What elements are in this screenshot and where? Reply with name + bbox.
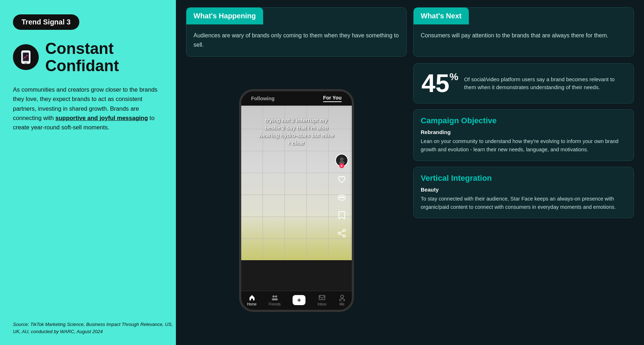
stat-card: 45% Of social/video platform users say a… <box>413 63 634 104</box>
phone-svg-icon <box>19 50 33 64</box>
svg-point-21 <box>341 295 344 298</box>
campaign-subtitle: Rebranding <box>421 129 626 135</box>
svg-point-5 <box>340 157 344 161</box>
phone-section: Following For You trying not 2 interrupt… <box>186 63 407 338</box>
phone-icon <box>13 44 39 70</box>
whats-next-card: What's Next Consumers will pay attention… <box>413 7 634 57</box>
inbox-icon <box>318 294 326 301</box>
stat-description: Of social/video platform users say a bra… <box>464 75 626 92</box>
nav-inbox-label: Inbox <box>318 302 326 306</box>
right-panel: What's Happening Audiences are wary of b… <box>176 0 644 345</box>
comment-icon[interactable] <box>336 192 347 203</box>
nav-friends[interactable]: Friends <box>269 294 280 306</box>
title-text: ConstantConfidant <box>45 40 119 75</box>
nav-me-label: Me <box>340 302 345 306</box>
integration-title: Vertical Integration <box>421 174 626 183</box>
top-cards: What's Happening Audiences are wary of b… <box>186 7 634 57</box>
nav-friends-label: Friends <box>269 302 280 306</box>
tiktok-side-icons <box>335 154 348 239</box>
share-icon[interactable] <box>336 228 347 239</box>
tiktok-nav: Following For You <box>241 91 352 106</box>
integration-card: Vertical Integration Beauty To stay conn… <box>413 167 634 218</box>
profile-icon <box>339 294 346 301</box>
svg-point-12 <box>343 235 345 237</box>
whats-next-header: What's Next <box>414 8 469 24</box>
svg-point-7 <box>339 197 341 198</box>
whats-happening-body: Audiences are wary of brands only coming… <box>186 24 406 56</box>
whats-next-body: Consumers will pay attention to the bran… <box>414 24 634 47</box>
description: As communities and creators grow closer … <box>13 85 163 331</box>
tiktok-avatar-icon[interactable] <box>335 154 348 167</box>
campaign-title: Campaign Objective <box>421 116 626 125</box>
share-svg-icon <box>337 229 346 238</box>
svg-point-9 <box>342 197 344 198</box>
source-text: Source: TikTok Marketing Science, Busine… <box>13 321 176 335</box>
bottom-right: 45% Of social/video platform users say a… <box>413 63 634 338</box>
like-icon[interactable] <box>336 174 347 185</box>
svg-line-14 <box>340 231 343 233</box>
phone-bottom-bar: Home Friends + <box>241 291 352 310</box>
svg-point-11 <box>343 229 345 231</box>
stat-percent: % <box>449 71 458 82</box>
stat-number-wrap: 45% <box>421 71 458 96</box>
nav-home[interactable]: Home <box>247 294 257 306</box>
phone-mockup: Following For You trying not 2 interrupt… <box>239 89 354 312</box>
svg-point-22 <box>340 299 345 302</box>
phone-screen: Following For You trying not 2 interrupt… <box>241 91 352 291</box>
integration-body: To stay connected with their audience, S… <box>421 195 626 211</box>
svg-line-15 <box>340 234 343 236</box>
nav-home-label: Home <box>247 302 257 306</box>
avatar-icon <box>338 156 346 164</box>
whats-happening-header: What's Happening <box>186 8 263 24</box>
left-panel: Trend Signal 3 ConstantConfidant As comm… <box>0 0 176 345</box>
description-link[interactable]: supportive and joyful messaging <box>55 115 148 121</box>
nav-plus[interactable]: + <box>293 295 305 305</box>
svg-point-13 <box>338 232 340 234</box>
whats-happening-card: What's Happening Audiences are wary of b… <box>186 7 407 57</box>
tab-following[interactable]: Following <box>248 94 277 103</box>
speech-bubble-icon <box>337 192 347 202</box>
video-area: trying not 2 interrupt my bestie 2 say t… <box>241 106 352 260</box>
tab-foryou[interactable]: For You <box>320 93 345 104</box>
integration-subtitle: Beauty <box>421 187 626 193</box>
svg-point-6 <box>339 161 345 164</box>
svg-point-17 <box>275 295 277 298</box>
plus-button[interactable]: + <box>293 295 305 305</box>
bookmark-svg-icon <box>337 210 346 220</box>
svg-point-16 <box>272 295 275 298</box>
campaign-body: Lean on your community to understand how… <box>421 137 626 154</box>
campaign-card: Campaign Objective Rebranding Lean on yo… <box>413 109 634 161</box>
heart-icon <box>337 174 347 184</box>
bookmark-icon[interactable] <box>336 210 347 221</box>
svg-point-19 <box>274 298 278 300</box>
friends-icon <box>271 294 278 301</box>
stat-number: 45 <box>421 69 449 97</box>
svg-rect-2 <box>24 63 27 64</box>
svg-point-8 <box>341 197 342 198</box>
nav-inbox[interactable]: Inbox <box>318 294 326 306</box>
title-row: ConstantConfidant <box>13 40 163 75</box>
whats-happening-label: What's Happening <box>193 12 256 20</box>
trend-badge: Trend Signal 3 <box>13 14 79 30</box>
nav-me[interactable]: Me <box>339 294 346 306</box>
home-icon <box>248 294 256 301</box>
whats-next-label: What's Next <box>421 12 462 20</box>
svg-rect-20 <box>319 295 325 300</box>
video-overlay-text: trying not 2 interrupt my bestie 2 say t… <box>257 116 336 147</box>
